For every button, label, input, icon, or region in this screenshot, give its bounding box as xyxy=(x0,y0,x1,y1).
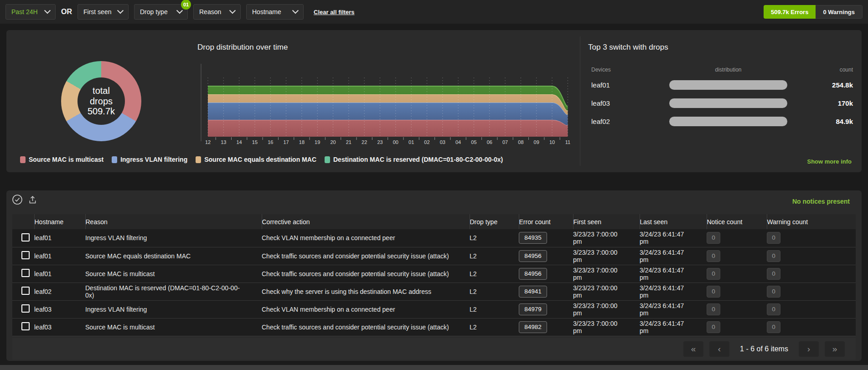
cell-error-count: 84982 xyxy=(519,318,573,336)
legend-swatch xyxy=(325,156,330,163)
pagination-label: 1 - 6 of 6 items xyxy=(737,345,791,353)
chevron-down-icon xyxy=(176,7,183,14)
first-seen-filter-label: First seen xyxy=(83,8,111,15)
table-header-row: Hostname Reason Corrective action Drop t… xyxy=(12,214,856,229)
cell-first-seen: 3/23/23 7:00:00 pm xyxy=(573,229,640,247)
header-hostname[interactable]: Hostname xyxy=(34,214,85,229)
x-axis-label: 04 xyxy=(455,139,461,145)
last-page-button[interactable]: » xyxy=(825,341,845,357)
header-last-seen[interactable]: Last seen xyxy=(640,214,707,229)
show-more-info-link[interactable]: Show more info xyxy=(807,158,852,165)
row-checkbox[interactable] xyxy=(21,287,30,295)
first-page-button[interactable]: « xyxy=(683,341,703,357)
warnings-badge[interactable]: 0 Warnings xyxy=(816,5,863,19)
header-warning-count[interactable]: Warning count xyxy=(767,214,856,229)
x-axis-label: 16 xyxy=(268,139,273,145)
header-first-seen[interactable]: First seen xyxy=(573,214,640,229)
error-count-badge: 84956 xyxy=(519,250,547,262)
x-axis-label: 19 xyxy=(315,139,320,145)
x-axis-label: 10 xyxy=(549,139,555,145)
cell-corrective-action: Check traffic sources and consider poten… xyxy=(262,318,470,336)
row-checkbox[interactable] xyxy=(21,322,30,330)
table-row: leaf01Ingress VLAN filteringCheck VLAN m… xyxy=(12,229,856,247)
cell-error-count: 84956 xyxy=(519,247,573,265)
device-name[interactable]: leaf03 xyxy=(591,99,669,107)
device-name[interactable]: leaf02 xyxy=(591,118,669,125)
next-page-button[interactable]: › xyxy=(799,341,819,357)
table-row: leaf03Source MAC is multicastCheck traff… xyxy=(12,318,856,336)
row-checkbox[interactable] xyxy=(21,233,30,242)
cell-first-seen: 3/23/23 7:00:00 pm xyxy=(573,300,640,318)
warning-count-badge: 0 xyxy=(767,268,780,280)
cell-drop-type: L2 xyxy=(470,265,519,283)
no-notices-label: No notices present xyxy=(792,198,850,205)
top3-col-distribution: distribution xyxy=(669,67,787,73)
horizontal-scrollbar[interactable] xyxy=(0,365,868,370)
row-checkbox[interactable] xyxy=(21,269,30,277)
cell-first-seen: 3/23/23 7:00:00 pm xyxy=(573,318,640,336)
warning-count-badge: 0 xyxy=(767,303,780,315)
cell-drop-type: L2 xyxy=(470,283,519,300)
reason-filter-dropdown[interactable]: Reason xyxy=(193,4,241,20)
drop-type-filter-dropdown[interactable]: Drop type 01 xyxy=(134,4,188,20)
row-checkbox[interactable] xyxy=(21,251,30,259)
cell-hostname: leaf02 xyxy=(34,283,85,300)
warning-count-badge: 0 xyxy=(767,321,780,333)
hostname-filter-dropdown[interactable]: Hostname xyxy=(246,4,304,20)
table-row: leaf03Ingress VLAN filteringCheck VLAN m… xyxy=(12,300,856,318)
cell-error-count: 84979 xyxy=(519,300,573,318)
header-corrective-action[interactable]: Corrective action xyxy=(262,214,470,229)
x-axis-label: 15 xyxy=(252,139,258,145)
error-count-badge: 84979 xyxy=(519,303,547,315)
x-axis-label: 11 xyxy=(565,139,570,145)
x-axis-label: 03 xyxy=(440,139,445,145)
warning-count-badge: 0 xyxy=(767,286,780,298)
errors-badge[interactable]: 509.7k Errors xyxy=(764,5,816,19)
warning-count-badge: 0 xyxy=(767,250,780,262)
notice-count-badge: 0 xyxy=(707,321,720,333)
first-seen-filter-dropdown[interactable]: First seen xyxy=(78,4,129,20)
cell-select xyxy=(12,229,34,247)
x-axis-label: 17 xyxy=(283,139,289,145)
chevron-down-icon xyxy=(292,7,299,14)
cell-corrective-action: Check VLAN membership on a connected pee… xyxy=(262,300,470,318)
header-error-count[interactable]: Error count xyxy=(519,214,573,229)
acknowledge-icon[interactable] xyxy=(12,194,23,207)
cell-warning-count: 0 xyxy=(767,265,856,283)
hostname-filter-label: Hostname xyxy=(252,8,281,15)
legend-label: Ingress VLAN filtering xyxy=(120,156,187,163)
cell-reason: Destination MAC is reserved (DMAC=01-80-… xyxy=(85,283,262,300)
x-axis-label: 20 xyxy=(330,139,336,145)
device-name[interactable]: leaf01 xyxy=(591,81,669,89)
legend-item[interactable]: Destination MAC is reserved (DMAC=01-80-… xyxy=(325,156,503,163)
row-checkbox[interactable] xyxy=(21,304,30,313)
cell-first-seen: 3/23/23 7:00:00 pm xyxy=(573,265,640,283)
legend-label: Destination MAC is reserved (DMAC=01-80-… xyxy=(333,156,503,163)
header-drop-type[interactable]: Drop type xyxy=(470,214,519,229)
cell-last-seen: 3/24/23 6:41:47 pm xyxy=(640,318,707,336)
previous-page-button[interactable]: ‹ xyxy=(709,341,729,357)
x-axis-label: 00 xyxy=(393,139,398,145)
donut-center-line1: total xyxy=(93,86,110,96)
export-icon[interactable] xyxy=(28,195,37,206)
cell-reason: Ingress VLAN filtering xyxy=(85,300,262,318)
time-range-dropdown[interactable]: Past 24H xyxy=(5,4,56,20)
top3-row: leaf01254.8k xyxy=(591,76,853,94)
cell-notice-count: 0 xyxy=(707,318,767,336)
area-chart-title: Drop distribution over time xyxy=(197,43,288,52)
legend-item[interactable]: Source MAC equals destination MAC xyxy=(196,156,316,163)
top3-rows: leaf01254.8kleaf03170kleaf0284.9k xyxy=(591,76,853,130)
legend-swatch xyxy=(112,156,117,163)
legend-item[interactable]: Ingress VLAN filtering xyxy=(112,156,187,163)
x-axis-label: 09 xyxy=(534,139,539,145)
cell-warning-count: 0 xyxy=(767,229,856,247)
chart-legend: Source MAC is multicastIngress VLAN filt… xyxy=(20,156,503,163)
cell-corrective-action: Check traffic sources and consider poten… xyxy=(262,265,470,283)
legend-item[interactable]: Source MAC is multicast xyxy=(20,156,103,163)
header-reason[interactable]: Reason xyxy=(85,214,262,229)
x-axis-label: 14 xyxy=(237,139,242,145)
cell-last-seen: 3/24/23 6:41:47 pm xyxy=(640,265,707,283)
header-notice-count[interactable]: Notice count xyxy=(707,214,767,229)
x-axis-label: 21 xyxy=(346,139,351,145)
clear-all-filters-link[interactable]: Clear all filters xyxy=(314,9,355,15)
